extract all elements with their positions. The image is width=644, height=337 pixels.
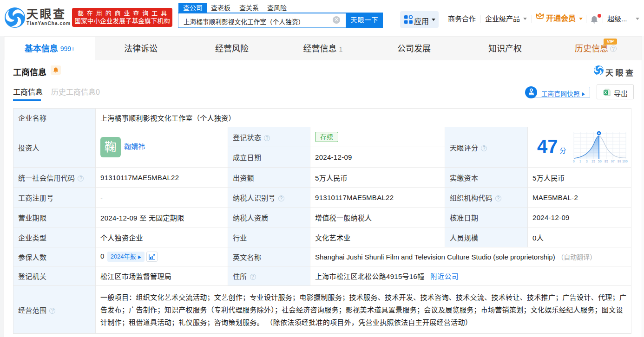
svg-text:85: 85 bbox=[605, 160, 608, 163]
svg-text:3: 3 bbox=[586, 160, 588, 163]
svg-text:99: 99 bbox=[618, 160, 621, 163]
svg-text:1: 1 bbox=[579, 160, 581, 163]
svg-text:15: 15 bbox=[591, 160, 595, 163]
svg-text:0: 0 bbox=[573, 160, 575, 163]
svg-text:50: 50 bbox=[598, 160, 602, 163]
svg-text:97: 97 bbox=[611, 160, 615, 163]
svg-text:100: 100 bbox=[622, 160, 628, 163]
